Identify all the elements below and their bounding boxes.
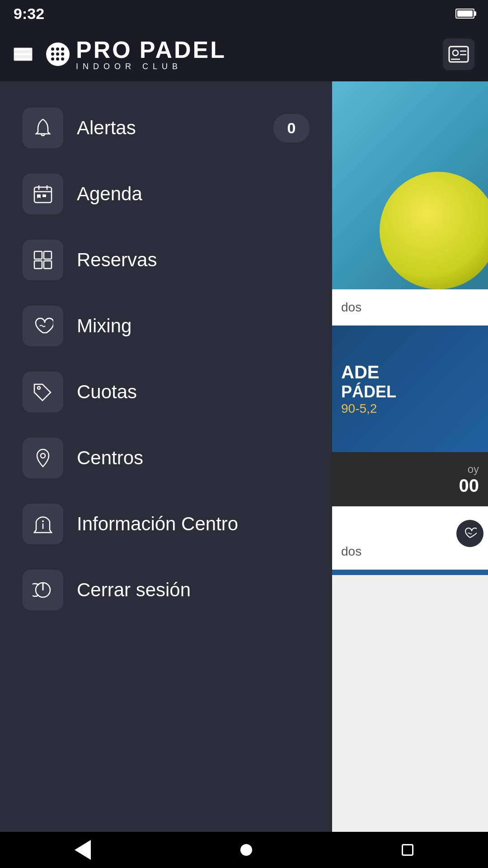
info-icon (33, 514, 53, 534)
svg-rect-12 (44, 251, 52, 259)
logo-padel-text: PADEL (140, 38, 226, 61)
hamburger-button[interactable] (14, 47, 33, 61)
booking-oy: oy (468, 463, 479, 476)
bell-icon (33, 118, 53, 138)
right-panel-mid: dos (332, 289, 488, 326)
mid-text: dos (341, 300, 361, 315)
sidebar-item-informacion[interactable]: Información Centro (18, 491, 314, 557)
logo-indoor-text: INDOOR CLUB (76, 62, 226, 71)
svg-point-18 (42, 520, 44, 522)
padel-ball (380, 172, 488, 289)
app-header: PRO PADEL INDOOR CLUB (0, 27, 488, 81)
informacion-icon-box (23, 504, 63, 544)
nav-back-button[interactable] (61, 835, 104, 864)
svg-point-16 (41, 453, 45, 458)
alertas-icon-box (23, 108, 63, 148)
calendar-icon (33, 184, 53, 204)
status-time: 9:32 (14, 5, 44, 23)
centros-label: Centros (77, 447, 143, 469)
cerrar-icon-box (23, 570, 63, 610)
alertas-badge: 0 (273, 114, 310, 142)
cuotas-label: Cuotas (77, 381, 137, 403)
bottom-navigation (0, 832, 488, 868)
heart-mixing-icon (33, 316, 53, 336)
tag-icon (33, 382, 53, 402)
status-bar: 9:32 (0, 0, 488, 27)
sidebar-item-cuotas[interactable]: Cuotas (18, 359, 314, 425)
svg-rect-14 (44, 261, 52, 269)
back-icon (75, 840, 91, 860)
mixing-fab-icon (456, 520, 483, 547)
sidebar-item-centros[interactable]: Centros (18, 425, 314, 491)
agenda-icon-box (23, 174, 63, 214)
centros-icon-box (23, 438, 63, 478)
svg-rect-9 (37, 194, 41, 197)
blue-bar (332, 570, 488, 575)
svg-rect-13 (34, 261, 42, 269)
right-panel-booking: oy 00 (332, 452, 488, 506)
bottom-dos-text: dos (341, 544, 361, 559)
cerrar-label: Cerrar sesión (77, 579, 191, 601)
alertas-label: Alertas (77, 117, 136, 139)
nav-recents-button[interactable] (388, 840, 427, 860)
mixing-icon-box (23, 306, 63, 346)
home-icon (240, 844, 252, 856)
reservas-icon-box (23, 240, 63, 280)
alertas-badge-count: 0 (287, 119, 296, 137)
location-icon (33, 448, 53, 468)
sidebar-item-mixing[interactable]: Mixing (18, 293, 314, 359)
recents-icon (402, 844, 413, 856)
battery-icon (455, 9, 474, 19)
right-panel-top-image (332, 81, 488, 289)
profile-button[interactable] (443, 38, 474, 70)
sidebar-item-reservas[interactable]: Reservas (18, 227, 314, 293)
sidebar-item-alertas[interactable]: Alertas 0 (18, 95, 314, 161)
profile-card-icon (448, 44, 469, 65)
informacion-label: Información Centro (77, 513, 238, 535)
svg-point-15 (38, 387, 40, 389)
logo-pro-text: PRO (76, 38, 132, 61)
logo: PRO PADEL INDOOR CLUB (46, 38, 429, 71)
right-panel-banner: ADE PÁDEL 90-5,2 (332, 326, 488, 452)
nav-home-button[interactable] (227, 840, 266, 860)
mixing-label: Mixing (77, 315, 131, 337)
cuotas-icon-box (23, 372, 63, 412)
grid-icon (33, 250, 53, 270)
svg-point-1 (453, 50, 458, 56)
reservas-label: Reservas (77, 249, 157, 271)
sidebar-item-agenda[interactable]: Agenda (18, 161, 314, 227)
power-icon (33, 580, 53, 600)
svg-rect-10 (42, 194, 46, 197)
banner-price: 90-5,2 (341, 401, 479, 416)
svg-rect-11 (34, 251, 42, 259)
sidebar-drawer: Alertas 0 Agenda (0, 81, 332, 832)
logo-icon (46, 42, 70, 66)
banner-line2: PÁDEL (341, 382, 479, 401)
main-container: Alertas 0 Agenda (0, 81, 488, 832)
booking-00: 00 (459, 476, 479, 496)
right-panel-peek: dos ADE PÁDEL 90-5,2 oy 00 dos (332, 81, 488, 832)
banner-line1: ADE (341, 362, 479, 382)
sidebar-item-cerrar[interactable]: Cerrar sesión (18, 557, 314, 623)
agenda-label: Agenda (77, 183, 142, 205)
